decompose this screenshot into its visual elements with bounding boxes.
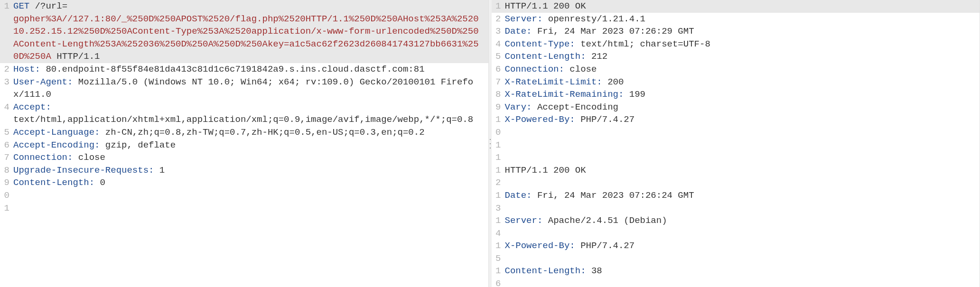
line-number: 11 xyxy=(492,139,505,164)
line-content: Content-Type: text/html; charset=UTF-8 xyxy=(505,38,980,51)
code-line[interactable]: 12HTTP/1.1 200 OK xyxy=(492,164,980,189)
token: Accept-Encoding: xyxy=(13,140,100,150)
line-content: X-RateLimit-Limit: 200 xyxy=(505,76,980,89)
line-content xyxy=(13,202,488,215)
line-number: 14 xyxy=(492,214,505,240)
token: Date: xyxy=(505,26,532,37)
code-line[interactable]: 8X-RateLimit-Remaining: 199 xyxy=(492,88,980,101)
code-line[interactable]: 2Host: 80.endpoint-8f55f84e81da413c81d1c… xyxy=(0,63,488,76)
code-line[interactable]: 10X-Powered-By: PHP/7.4.27 xyxy=(492,113,980,139)
line-content: Content-Length: 38 xyxy=(505,265,980,287)
code-line[interactable]: 3User-Agent: Mozilla/5.0 (Windows NT 10.… xyxy=(0,76,488,101)
line-content: HTTP/1.1 200 OK xyxy=(505,0,980,13)
token: X-RateLimit-Remaining: xyxy=(505,89,624,100)
request-pane[interactable]: 1GET /?url=gopher%3A//127.1:80/_%250D%25… xyxy=(0,0,489,287)
line-number: 13 xyxy=(492,189,505,214)
token: 80.endpoint-8f55f84e81da413c81d1c6c71918… xyxy=(40,64,425,74)
code-line[interactable]: 1GET /?url=gopher%3A//127.1:80/_%250D%25… xyxy=(0,0,488,63)
code-line[interactable]: 7Connection: close xyxy=(0,151,488,164)
token: Mozilla/5.0 (Windows NT 10.0; Win64; x64… xyxy=(13,77,473,100)
token: Accept-Encoding xyxy=(532,102,618,112)
token: /?url= xyxy=(29,1,67,11)
token: HTTP/1.1 200 OK xyxy=(505,165,586,176)
code-line[interactable]: 15X-Powered-By: PHP/7.4.27 xyxy=(492,240,980,265)
line-content: Accept-Encoding: gzip, deflate xyxy=(13,139,488,152)
code-line[interactable]: 6Connection: close xyxy=(492,63,980,76)
line-number: 6 xyxy=(492,63,505,76)
token: X-RateLimit-Limit: xyxy=(505,77,602,87)
token: Vary: xyxy=(505,102,532,112)
token: User-Agent: xyxy=(13,77,73,87)
code-line[interactable]: 4Content-Type: text/html; charset=UTF-8 xyxy=(492,38,980,51)
response-pane[interactable]: 1HTTP/1.1 200 OK2Server: openresty/1.21.… xyxy=(492,0,980,287)
token: Connection: xyxy=(13,152,73,163)
code-line[interactable]: 16Content-Length: 38 xyxy=(492,265,980,287)
token: Fri, 24 Mar 2023 07:26:29 GMT xyxy=(532,26,694,37)
line-number: 6 xyxy=(0,139,13,152)
token: close xyxy=(564,64,597,74)
token: 38 xyxy=(586,266,602,276)
code-line[interactable]: 4Accept:text/html,application/xhtml+xml,… xyxy=(0,101,488,126)
token: close xyxy=(73,152,105,163)
token: Accept: xyxy=(13,102,51,112)
code-line[interactable]: 14Server: Apache/2.4.51 (Debian) xyxy=(492,214,980,240)
line-number: 1 xyxy=(0,0,13,63)
line-number: 9 xyxy=(492,101,505,114)
line-content: X-Powered-By: PHP/7.4.27 xyxy=(505,240,980,265)
line-content: Content-Length: 212 xyxy=(505,50,980,63)
line-content: Server: Apache/2.4.51 (Debian) xyxy=(505,214,980,240)
code-line[interactable]: 2Server: openresty/1.21.4.1 xyxy=(492,13,980,26)
line-content: Connection: close xyxy=(13,151,488,164)
line-number: 1 xyxy=(492,0,505,13)
code-line[interactable]: 8Upgrade-Insecure-Requests: 1 xyxy=(0,164,488,177)
line-content: Upgrade-Insecure-Requests: 1 xyxy=(13,164,488,177)
line-number: 12 xyxy=(492,164,505,189)
token: Date: xyxy=(505,190,532,201)
code-line[interactable]: 6Accept-Encoding: gzip, deflate xyxy=(0,139,488,152)
line-number: 5 xyxy=(0,126,13,139)
code-line[interactable]: 5Accept-Language: zh-CN,zh;q=0.8,zh-TW;q… xyxy=(0,126,488,139)
line-content: Connection: close xyxy=(505,63,980,76)
token: 212 xyxy=(586,51,608,62)
line-number: 2 xyxy=(0,63,13,76)
line-content: Date: Fri, 24 Mar 2023 07:26:24 GMT xyxy=(505,189,980,214)
line-number: 9 xyxy=(0,176,13,189)
code-line[interactable]: 1 xyxy=(0,202,488,215)
line-content: Date: Fri, 24 Mar 2023 07:26:29 GMT xyxy=(505,25,980,38)
code-line[interactable]: 9Content-Length: 0 xyxy=(0,176,488,189)
splitter-handle-icon xyxy=(490,139,491,148)
code-line[interactable]: 3Date: Fri, 24 Mar 2023 07:26:29 GMT xyxy=(492,25,980,38)
line-content: X-Powered-By: PHP/7.4.27 xyxy=(505,113,980,139)
code-line[interactable]: 1HTTP/1.1 200 OK xyxy=(492,0,980,13)
token: Content-Length: xyxy=(505,51,586,62)
token: Server: xyxy=(505,215,543,226)
token: Upgrade-Insecure-Requests: xyxy=(13,165,154,176)
code-line[interactable]: 0 xyxy=(0,189,488,202)
line-number: 3 xyxy=(0,76,13,101)
line-number: 15 xyxy=(492,240,505,265)
line-number: 1 xyxy=(0,202,13,215)
line-number: 3 xyxy=(492,25,505,38)
token: text/html; charset=UTF-8 xyxy=(575,39,710,49)
line-number: 16 xyxy=(492,265,505,287)
line-content xyxy=(13,189,488,202)
code-line[interactable]: 7X-RateLimit-Limit: 200 xyxy=(492,76,980,89)
line-content: User-Agent: Mozilla/5.0 (Windows NT 10.0… xyxy=(13,76,488,101)
code-line[interactable]: 11 xyxy=(492,139,980,164)
token: gzip, deflate xyxy=(100,140,176,150)
line-content: Host: 80.endpoint-8f55f84e81da413c81d1c6… xyxy=(13,63,488,76)
line-number: 4 xyxy=(0,101,13,126)
line-number: 0 xyxy=(0,189,13,202)
line-content: X-RateLimit-Remaining: 199 xyxy=(505,88,980,101)
code-line[interactable]: 5Content-Length: 212 xyxy=(492,50,980,63)
code-line[interactable]: 13Date: Fri, 24 Mar 2023 07:26:24 GMT xyxy=(492,189,980,214)
line-content: Accept-Language: zh-CN,zh;q=0.8,zh-TW;q=… xyxy=(13,126,488,139)
token: HTTP/1.1 xyxy=(51,51,100,62)
token: Content-Length: xyxy=(505,266,586,276)
token: Content-Type: xyxy=(505,39,575,49)
line-number: 7 xyxy=(0,151,13,164)
code-line[interactable]: 9Vary: Accept-Encoding xyxy=(492,101,980,114)
token: Host: xyxy=(13,64,40,74)
token: HTTP/1.1 200 OK xyxy=(505,1,586,11)
token: Content-Length: xyxy=(13,177,94,188)
